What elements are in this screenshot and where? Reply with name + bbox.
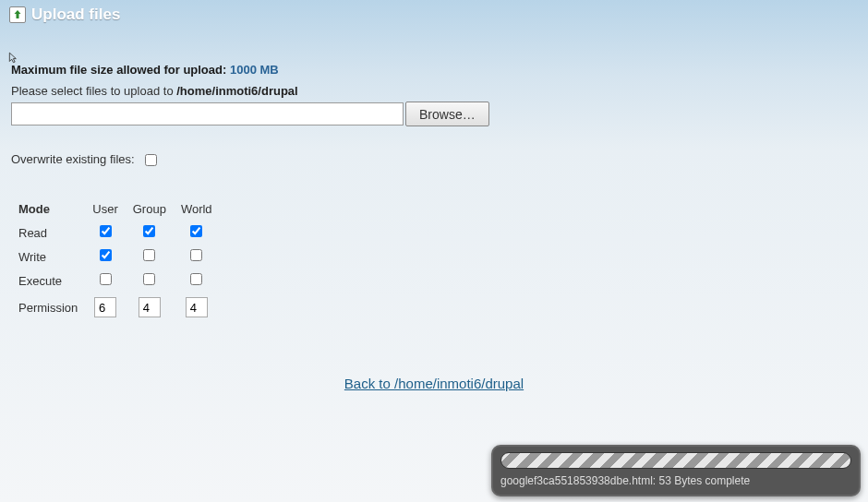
max-size-value: 1000 MB (230, 63, 279, 77)
perm-header-group: Group (126, 197, 174, 221)
overwrite-row: Overwrite existing files: (11, 152, 857, 166)
upload-status-toast: googlef3ca551853938dbe.html: 53 Bytes co… (491, 445, 861, 496)
page-header: Upload files (0, 0, 868, 30)
perm-row-read: Read (11, 221, 220, 245)
page-title: Upload files (31, 6, 120, 24)
perm-execute-group[interactable] (143, 273, 155, 285)
back-link[interactable]: Back to /home/inmoti6/drupal (344, 376, 524, 391)
file-input-row: Browse… (11, 102, 857, 126)
back-link-row: Back to /home/inmoti6/drupal (11, 376, 857, 391)
browse-button[interactable]: Browse… (405, 102, 489, 126)
overwrite-checkbox[interactable] (145, 154, 157, 166)
perm-header-row: Mode User Group World (11, 197, 220, 221)
perm-label-write: Write (11, 245, 85, 269)
max-size-label: Maximum file size allowed for upload: (11, 63, 226, 77)
perm-header-world: World (174, 197, 220, 221)
perm-write-group[interactable] (143, 249, 155, 261)
perm-header-mode: Mode (11, 197, 85, 221)
perm-value-world[interactable] (186, 297, 208, 317)
perm-label-read: Read (11, 221, 85, 245)
main-content: Maximum file size allowed for upload: 10… (0, 30, 868, 402)
perm-row-execute: Execute (11, 269, 220, 293)
perm-write-user[interactable] (100, 249, 112, 261)
perm-read-world[interactable] (190, 225, 202, 237)
permissions-table: Mode User Group World Read Write Execute… (11, 197, 220, 322)
select-files-prefix: Please select files to upload to (11, 84, 174, 98)
perm-execute-user[interactable] (100, 273, 112, 285)
perm-value-group[interactable] (139, 297, 161, 317)
progress-bar (500, 452, 851, 469)
perm-row-write: Write (11, 245, 220, 269)
perm-read-user[interactable] (100, 225, 112, 237)
select-files-path: /home/inmoti6/drupal (176, 84, 297, 98)
perm-value-user[interactable] (94, 297, 116, 317)
file-path-input[interactable] (11, 102, 404, 126)
perm-execute-world[interactable] (190, 273, 202, 285)
max-size-row: Maximum file size allowed for upload: 10… (11, 63, 857, 77)
perm-write-world[interactable] (190, 249, 202, 261)
perm-header-user: User (85, 197, 125, 221)
perm-label-permission: Permission (11, 293, 85, 322)
overwrite-label: Overwrite existing files: (11, 152, 135, 166)
status-text: googlef3ca551853938dbe.html: 53 Bytes co… (500, 474, 851, 487)
perm-row-permission: Permission (11, 293, 220, 322)
perm-read-group[interactable] (143, 225, 155, 237)
perm-label-execute: Execute (11, 269, 85, 293)
upload-icon (9, 6, 26, 23)
select-files-line: Please select files to upload to /home/i… (11, 84, 857, 98)
